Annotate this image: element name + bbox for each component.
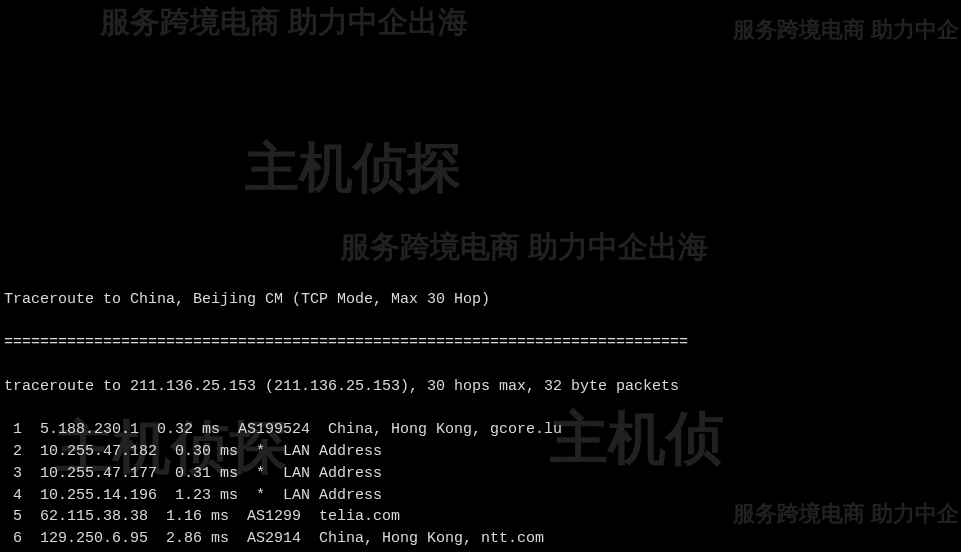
traceroute-title: Traceroute to China, Beijing CM (TCP Mod…: [4, 289, 957, 311]
hop-row: 2 10.255.47.182 0.30 ms * LAN Address: [4, 441, 957, 463]
hop-row: 4 10.255.14.196 1.23 ms * LAN Address: [4, 485, 957, 507]
separator-line: ========================================…: [4, 332, 957, 354]
watermark-text: 服务跨境电商 助力中企出海: [100, 0, 468, 44]
hop-row: 1 5.188.230.1 0.32 ms AS199524 China, Ho…: [4, 419, 957, 441]
watermark-logo: 主机侦探: [245, 128, 461, 206]
hop-row: 6 129.250.6.95 2.86 ms AS2914 China, Hon…: [4, 528, 957, 550]
watermark-text: 服务跨境电商 助力中企: [733, 14, 959, 46]
watermark-text: 服务跨境电商 助力中企出海: [340, 225, 708, 269]
traceroute-summary: traceroute to 211.136.25.153 (211.136.25…: [4, 376, 957, 398]
terminal-output: Traceroute to China, Beijing CM (TCP Mod…: [4, 267, 957, 552]
hop-row: 3 10.255.47.177 0.31 ms * LAN Address: [4, 463, 957, 485]
hop-row: 5 62.115.38.38 1.16 ms AS1299 telia.com: [4, 506, 957, 528]
